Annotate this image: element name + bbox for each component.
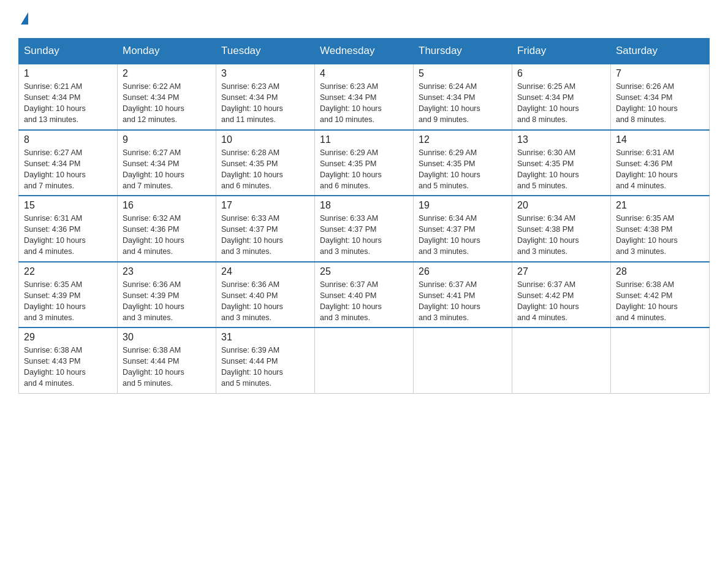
day-info: Sunrise: 6:29 AMSunset: 4:35 PMDaylight:… [419,147,507,192]
day-number: 5 [419,68,507,79]
day-number: 21 [616,200,704,211]
header-saturday: Saturday [611,39,710,64]
day-number: 6 [517,68,605,79]
day-number: 27 [517,266,605,277]
day-info: Sunrise: 6:21 AMSunset: 4:34 PMDaylight:… [24,81,112,126]
header-tuesday: Tuesday [216,39,315,64]
page-header [18,12,710,26]
header-sunday: Sunday [19,39,118,64]
calendar-table: Sunday Monday Tuesday Wednesday Thursday… [18,38,710,394]
week-row-2: 8 Sunrise: 6:27 AMSunset: 4:34 PMDayligh… [19,130,710,196]
day-number: 20 [517,200,605,211]
calendar-cell: 5 Sunrise: 6:24 AMSunset: 4:34 PMDayligh… [414,64,512,130]
calendar-cell: 24 Sunrise: 6:36 AMSunset: 4:40 PMDaylig… [216,262,315,328]
calendar-cell: 3 Sunrise: 6:23 AMSunset: 4:34 PMDayligh… [216,64,315,130]
header-thursday: Thursday [414,39,512,64]
calendar-cell: 29 Sunrise: 6:38 AMSunset: 4:43 PMDaylig… [19,327,118,393]
day-info: Sunrise: 6:25 AMSunset: 4:34 PMDaylight:… [517,81,605,126]
calendar-cell: 2 Sunrise: 6:22 AMSunset: 4:34 PMDayligh… [118,64,216,130]
day-info: Sunrise: 6:34 AMSunset: 4:37 PMDaylight:… [419,213,507,258]
day-info: Sunrise: 6:26 AMSunset: 4:34 PMDaylight:… [616,81,704,126]
day-number: 30 [123,332,211,343]
calendar-cell: 31 Sunrise: 6:39 AMSunset: 4:44 PMDaylig… [216,327,315,393]
header-friday: Friday [512,39,611,64]
calendar-cell [315,327,414,393]
day-number: 8 [24,134,112,145]
day-info: Sunrise: 6:38 AMSunset: 4:42 PMDaylight:… [616,279,704,324]
day-info: Sunrise: 6:37 AMSunset: 4:40 PMDaylight:… [320,279,408,324]
calendar-cell: 11 Sunrise: 6:29 AMSunset: 4:35 PMDaylig… [315,130,414,196]
day-info: Sunrise: 6:23 AMSunset: 4:34 PMDaylight:… [320,81,408,126]
calendar-cell: 30 Sunrise: 6:38 AMSunset: 4:44 PMDaylig… [118,327,216,393]
calendar-cell: 20 Sunrise: 6:34 AMSunset: 4:38 PMDaylig… [512,196,611,262]
calendar-cell [414,327,512,393]
day-info: Sunrise: 6:37 AMSunset: 4:41 PMDaylight:… [419,279,507,324]
day-info: Sunrise: 6:39 AMSunset: 4:44 PMDaylight:… [221,345,309,389]
day-info: Sunrise: 6:35 AMSunset: 4:39 PMDaylight:… [24,279,112,324]
day-info: Sunrise: 6:28 AMSunset: 4:35 PMDaylight:… [221,147,309,192]
calendar-cell: 22 Sunrise: 6:35 AMSunset: 4:39 PMDaylig… [19,262,118,328]
calendar-cell: 9 Sunrise: 6:27 AMSunset: 4:34 PMDayligh… [118,130,216,196]
logo-blue-text [18,12,28,26]
day-number: 12 [419,134,507,145]
day-number: 13 [517,134,605,145]
calendar-cell: 27 Sunrise: 6:37 AMSunset: 4:42 PMDaylig… [512,262,611,328]
day-info: Sunrise: 6:33 AMSunset: 4:37 PMDaylight:… [320,213,408,258]
day-info: Sunrise: 6:27 AMSunset: 4:34 PMDaylight:… [24,147,112,192]
header-wednesday: Wednesday [315,39,414,64]
day-number: 24 [221,266,309,277]
week-row-5: 29 Sunrise: 6:38 AMSunset: 4:43 PMDaylig… [19,327,710,393]
logo-triangle-icon [21,12,28,25]
day-number: 22 [24,266,112,277]
calendar-cell [512,327,611,393]
calendar-cell: 21 Sunrise: 6:35 AMSunset: 4:38 PMDaylig… [611,196,710,262]
calendar-cell: 17 Sunrise: 6:33 AMSunset: 4:37 PMDaylig… [216,196,315,262]
week-row-1: 1 Sunrise: 6:21 AMSunset: 4:34 PMDayligh… [19,64,710,130]
calendar-cell: 14 Sunrise: 6:31 AMSunset: 4:36 PMDaylig… [611,130,710,196]
day-info: Sunrise: 6:22 AMSunset: 4:34 PMDaylight:… [123,81,211,126]
day-number: 7 [616,68,704,79]
calendar-cell: 28 Sunrise: 6:38 AMSunset: 4:42 PMDaylig… [611,262,710,328]
calendar-cell: 1 Sunrise: 6:21 AMSunset: 4:34 PMDayligh… [19,64,118,130]
day-number: 31 [221,332,309,343]
day-number: 14 [616,134,704,145]
day-info: Sunrise: 6:37 AMSunset: 4:42 PMDaylight:… [517,279,605,324]
header-monday: Monday [118,39,216,64]
day-info: Sunrise: 6:35 AMSunset: 4:38 PMDaylight:… [616,213,704,258]
day-number: 4 [320,68,408,79]
day-number: 2 [123,68,211,79]
calendar-cell: 12 Sunrise: 6:29 AMSunset: 4:35 PMDaylig… [414,130,512,196]
day-info: Sunrise: 6:29 AMSunset: 4:35 PMDaylight:… [320,147,408,192]
calendar-cell: 10 Sunrise: 6:28 AMSunset: 4:35 PMDaylig… [216,130,315,196]
day-info: Sunrise: 6:33 AMSunset: 4:37 PMDaylight:… [221,213,309,258]
day-number: 18 [320,200,408,211]
day-info: Sunrise: 6:31 AMSunset: 4:36 PMDaylight:… [24,213,112,258]
day-number: 25 [320,266,408,277]
day-info: Sunrise: 6:34 AMSunset: 4:38 PMDaylight:… [517,213,605,258]
day-info: Sunrise: 6:30 AMSunset: 4:35 PMDaylight:… [517,147,605,192]
day-info: Sunrise: 6:36 AMSunset: 4:40 PMDaylight:… [221,279,309,324]
week-row-4: 22 Sunrise: 6:35 AMSunset: 4:39 PMDaylig… [19,262,710,328]
day-number: 16 [123,200,211,211]
calendar-cell: 23 Sunrise: 6:36 AMSunset: 4:39 PMDaylig… [118,262,216,328]
day-number: 1 [24,68,112,79]
day-number: 26 [419,266,507,277]
day-number: 23 [123,266,211,277]
day-number: 29 [24,332,112,343]
calendar-cell: 19 Sunrise: 6:34 AMSunset: 4:37 PMDaylig… [414,196,512,262]
calendar-cell: 8 Sunrise: 6:27 AMSunset: 4:34 PMDayligh… [19,130,118,196]
day-number: 11 [320,134,408,145]
calendar-cell: 13 Sunrise: 6:30 AMSunset: 4:35 PMDaylig… [512,130,611,196]
day-number: 28 [616,266,704,277]
calendar-cell: 16 Sunrise: 6:32 AMSunset: 4:36 PMDaylig… [118,196,216,262]
calendar-cell: 7 Sunrise: 6:26 AMSunset: 4:34 PMDayligh… [611,64,710,130]
day-info: Sunrise: 6:24 AMSunset: 4:34 PMDaylight:… [419,81,507,126]
day-number: 15 [24,200,112,211]
day-info: Sunrise: 6:36 AMSunset: 4:39 PMDaylight:… [123,279,211,324]
week-row-3: 15 Sunrise: 6:31 AMSunset: 4:36 PMDaylig… [19,196,710,262]
day-info: Sunrise: 6:23 AMSunset: 4:34 PMDaylight:… [221,81,309,126]
calendar-cell: 18 Sunrise: 6:33 AMSunset: 4:37 PMDaylig… [315,196,414,262]
day-number: 17 [221,200,309,211]
calendar-cell [611,327,710,393]
calendar-cell: 25 Sunrise: 6:37 AMSunset: 4:40 PMDaylig… [315,262,414,328]
